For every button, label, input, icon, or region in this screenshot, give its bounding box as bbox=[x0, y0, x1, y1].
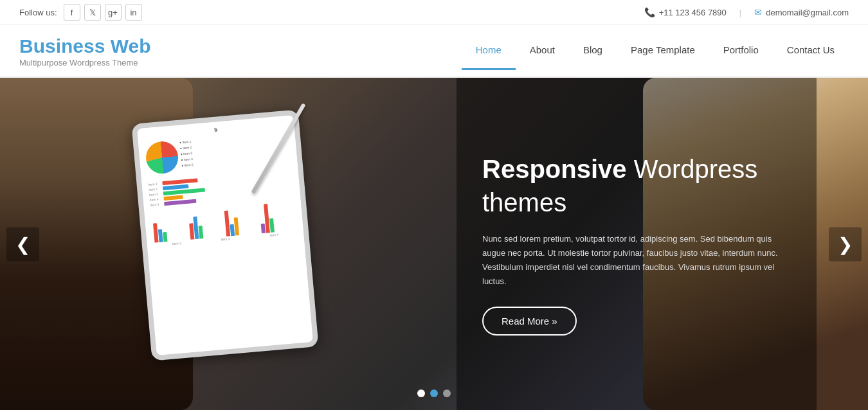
google-plus-icon[interactable]: g+ bbox=[105, 4, 122, 21]
hero-section: b ● Item 1 ● Item 2 ● Item 3 ● Item 4 ● … bbox=[0, 78, 868, 410]
follow-label: Follow us: bbox=[19, 8, 57, 17]
hero-dots bbox=[417, 390, 451, 397]
nav-item-portfolio[interactable]: Portfolio bbox=[709, 31, 773, 70]
nav-item-blog[interactable]: Blog bbox=[569, 31, 617, 70]
hero-dot-2[interactable] bbox=[430, 390, 438, 397]
read-more-button[interactable]: Read More » bbox=[482, 307, 577, 336]
hero-prev-arrow[interactable]: ❮ bbox=[6, 227, 39, 261]
nav-item-about[interactable]: About bbox=[516, 31, 569, 70]
main-nav: Home About Blog Page Template Portfolio … bbox=[462, 31, 849, 70]
hero-title-bold: Responsive bbox=[482, 155, 627, 183]
phone-icon: 📞 bbox=[644, 7, 655, 17]
brand-name: Business Web bbox=[19, 35, 151, 58]
facebook-icon[interactable]: f bbox=[64, 4, 80, 21]
email-icon: ✉ bbox=[754, 7, 762, 17]
email-address: demomail@gmail.com bbox=[766, 8, 849, 17]
brand-tagline: Multipurpose Wordpress Theme bbox=[19, 58, 151, 67]
header: Business Web Multipurpose Wordpress Them… bbox=[0, 25, 868, 78]
tablet-screen: b ● Item 1 ● Item 2 ● Item 3 ● Item 4 ● … bbox=[137, 115, 313, 355]
contact-info: 📞 +11 123 456 7890 | ✉ demomail@gmail.co… bbox=[644, 7, 849, 17]
follow-section: Follow us: f 𝕏 g+ in bbox=[19, 4, 142, 21]
email-item: ✉ demomail@gmail.com bbox=[754, 7, 849, 17]
nav-item-page-template[interactable]: Page Template bbox=[617, 31, 709, 70]
top-bar: Follow us: f 𝕏 g+ in 📞 +11 123 456 7890 … bbox=[0, 0, 868, 25]
brand-logo: Business Web Multipurpose Wordpress Them… bbox=[19, 35, 151, 67]
hero-content: Responsive Wordpress themes Nunc sed lor… bbox=[457, 78, 817, 410]
tablet-pie-chart bbox=[145, 140, 179, 175]
hero-description: Nunc sed lorem pretium, volutpat tortor … bbox=[482, 232, 791, 289]
hero-next-arrow[interactable]: ❯ bbox=[829, 227, 862, 261]
phone-number: +11 123 456 7890 bbox=[659, 8, 727, 17]
hero-dot-3[interactable] bbox=[443, 390, 451, 397]
social-icons-group: f 𝕏 g+ in bbox=[64, 4, 142, 21]
hero-dot-1[interactable] bbox=[417, 390, 425, 397]
phone-item: 📞 +11 123 456 7890 bbox=[644, 7, 727, 17]
hero-title: Responsive Wordpress themes bbox=[482, 152, 791, 219]
linkedin-icon[interactable]: in bbox=[125, 4, 142, 21]
tablet-device: b ● Item 1 ● Item 2 ● Item 3 ● Item 4 ● … bbox=[131, 109, 318, 361]
twitter-icon[interactable]: 𝕏 bbox=[84, 4, 101, 21]
nav-item-home[interactable]: Home bbox=[462, 31, 516, 70]
separator: | bbox=[739, 8, 741, 17]
nav-item-contact-us[interactable]: Contact Us bbox=[773, 31, 849, 70]
